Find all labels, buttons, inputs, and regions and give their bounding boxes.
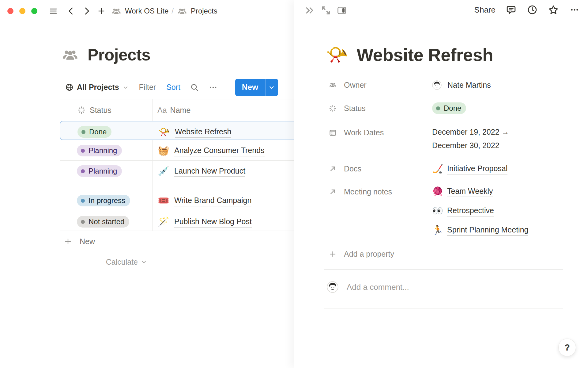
status-badge[interactable]: In progress [77, 195, 130, 206]
status-property-icon [77, 105, 86, 115]
work-dates-end: December 30, 2022 [432, 139, 509, 152]
database-title-text[interactable]: Projects [88, 45, 150, 64]
related-page-link[interactable]: 🧶 Team Weekly [432, 184, 528, 198]
zoom-window-button[interactable] [31, 8, 37, 14]
status-cell: Planning [60, 161, 153, 190]
expand-page-icon[interactable] [320, 5, 331, 16]
status-badge[interactable]: Done [77, 126, 111, 138]
plus-icon [64, 237, 72, 246]
sort-button[interactable]: Sort [166, 83, 180, 92]
table-row[interactable]: Planning 💉 Launch New Product [60, 161, 294, 190]
page-link[interactable]: Website Refresh [175, 126, 231, 138]
related-page-link[interactable]: 👀 Retrospective [432, 204, 528, 218]
close-window-button[interactable] [7, 8, 13, 14]
work-dates-value[interactable]: December 19, 2022 → December 30, 2022 [432, 125, 570, 152]
property-row-docs: Docs 🏒 Initiative Proposal [329, 161, 570, 176]
status-header-label: Status [90, 106, 111, 115]
page-emoji-icon[interactable]: 📯 [326, 44, 348, 66]
page-link[interactable]: Write Brand Campaign [174, 195, 251, 206]
status-cell: Not started [60, 211, 153, 231]
calculate-label: Calculate [106, 258, 138, 266]
new-record-button[interactable]: New [235, 79, 278, 96]
property-label-status[interactable]: Status [329, 101, 432, 116]
calendar-icon [329, 128, 337, 137]
chevron-down-icon [123, 84, 129, 90]
view-selector[interactable]: All Projects [60, 83, 129, 92]
database-people-icon [61, 47, 80, 63]
table-row[interactable]: In progress 🎟️ Write Brand Campaign [60, 190, 294, 211]
status-badge[interactable]: Not started [77, 216, 129, 228]
new-row-button[interactable]: New [60, 231, 294, 252]
table-row[interactable]: Planning 🧺 Analyze Consumer Trends [60, 140, 294, 161]
person-icon [329, 82, 337, 88]
minimize-window-button[interactable] [19, 8, 25, 14]
property-label-meeting-notes[interactable]: Meeting notes [329, 184, 432, 199]
status-cell: Planning [60, 140, 153, 160]
status-badge[interactable]: Planning [77, 165, 122, 177]
status-dot-icon [81, 220, 85, 224]
status-property-icon [329, 104, 337, 113]
new-button-dropdown[interactable] [266, 79, 278, 96]
workspace-people-icon [111, 7, 122, 16]
sidebar-menu-icon[interactable] [47, 6, 59, 16]
page-link[interactable]: Analyze Consumer Trends [174, 145, 265, 156]
work-dates-start: December 19, 2022 → [432, 125, 509, 139]
status-dot-icon [81, 199, 85, 203]
breadcrumb-page[interactable]: Projects [191, 7, 217, 15]
page-emoji-icon: 🎟️ [157, 195, 170, 206]
property-row-meeting-notes: Meeting notes 🧶 Team Weekly 👀 Retrospect… [329, 184, 570, 237]
name-column-header[interactable]: Aa Name [153, 99, 294, 121]
page-emoji-icon: 🏃 [432, 224, 443, 236]
name-cell: 🧺 Analyze Consumer Trends [153, 140, 294, 160]
name-cell: 💉 Launch New Product [153, 161, 294, 190]
owner-name: Nate Martins [447, 81, 491, 90]
status-badge[interactable]: Planning [77, 145, 122, 156]
side-peek-layout-icon[interactable] [337, 5, 347, 16]
peek-window-controls [304, 5, 347, 16]
related-page-link[interactable]: 🏒 Initiative Proposal [432, 162, 507, 176]
owner-value[interactable]: Nate Martins [432, 78, 570, 92]
table-header-row: Status Aa Name [60, 99, 294, 121]
comments-icon[interactable] [506, 4, 517, 15]
name-cell: 🎟️ Write Brand Campaign [153, 190, 294, 211]
page-emoji-icon: 🧺 [157, 145, 170, 156]
status-cell: Done [60, 121, 153, 140]
close-peek-icon[interactable] [304, 5, 315, 16]
comment-input[interactable]: Add a comment... [347, 282, 409, 292]
property-label-owner[interactable]: Owner [329, 78, 432, 92]
status-badge[interactable]: Done [432, 102, 466, 114]
new-tab-icon[interactable] [97, 6, 106, 16]
search-icon[interactable] [190, 83, 199, 92]
meeting-notes-value: 🧶 Team Weekly 👀 Retrospective 🏃 Sprint P… [432, 184, 570, 237]
property-label-work-dates[interactable]: Work Dates [329, 125, 432, 140]
back-icon[interactable] [66, 6, 76, 16]
share-button[interactable]: Share [474, 5, 496, 15]
divider [324, 308, 563, 309]
page-link[interactable]: Publish New Blog Post [174, 216, 252, 228]
updates-history-icon[interactable] [527, 4, 538, 15]
status-column-header[interactable]: Status [60, 99, 153, 121]
property-label-docs[interactable]: Docs [329, 161, 432, 176]
more-options-icon[interactable] [209, 83, 218, 92]
filter-button[interactable]: Filter [139, 83, 156, 92]
related-page-link[interactable]: 🏃 Sprint Planning Meeting [432, 223, 528, 237]
forward-icon[interactable] [82, 6, 91, 16]
calculate-button[interactable]: Calculate [60, 252, 153, 272]
breadcrumb-workspace[interactable]: Work OS Lite [125, 7, 168, 15]
favorite-star-icon[interactable] [548, 4, 559, 15]
globe-icon [65, 83, 74, 91]
plus-icon [329, 250, 337, 258]
more-options-icon[interactable] [569, 5, 580, 14]
table-row[interactable]: Not started 🪄 Publish New Blog Post [60, 211, 294, 231]
add-property-button[interactable]: Add a property [329, 247, 432, 261]
window-titlebar: Work OS Lite / Projects [0, 0, 294, 22]
status-dot-icon [81, 149, 85, 153]
help-button[interactable]: ? [558, 339, 576, 356]
page-link[interactable]: Launch New Product [174, 165, 245, 177]
peek-actions: Share [474, 4, 580, 15]
page-title-text[interactable]: Website Refresh [356, 44, 493, 65]
new-record-button-label[interactable]: New [235, 79, 265, 96]
name-cell: 📯 Website Refresh [153, 121, 294, 140]
page-peek-panel: Share 📯 Website Refresh Owner Nate Marti… [294, 0, 588, 368]
table-row-selected[interactable]: Done 📯 Website Refresh [60, 121, 294, 140]
